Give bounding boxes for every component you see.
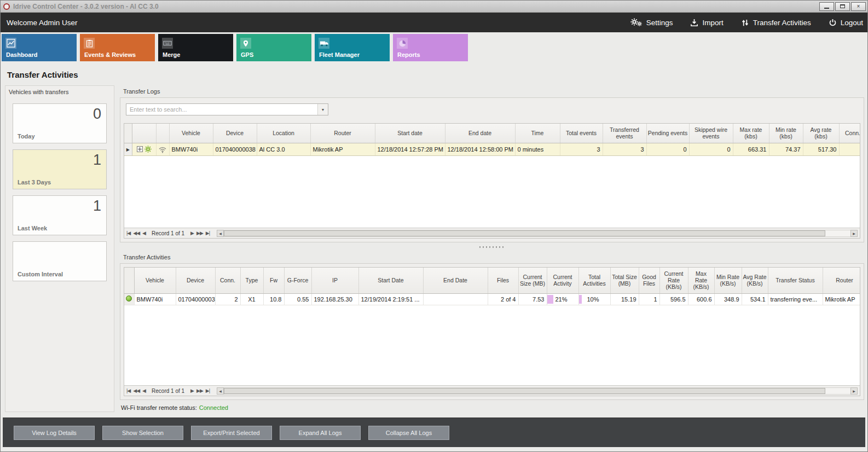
acol-router[interactable]: Router	[823, 268, 860, 293]
col-device[interactable]: Device	[213, 124, 257, 143]
col-router[interactable]: Router	[310, 124, 375, 143]
acol-avg-rate[interactable]: Avg Rate (KB/s)	[742, 268, 768, 293]
card-custom-interval[interactable]: Custom Interval	[13, 241, 107, 281]
maximize-button[interactable]	[835, 2, 850, 11]
col-transferred-events[interactable]: Transferred events	[603, 124, 646, 143]
col-vehicle[interactable]: Vehicle	[169, 124, 213, 143]
minimize-icon	[824, 8, 829, 9]
logs-horizontal-scrollbar[interactable]: ◀ ▶	[217, 230, 858, 237]
close-button[interactable]: ×	[851, 2, 866, 11]
expand-plus-icon[interactable]	[137, 146, 143, 152]
pager-prev-icon[interactable]: ◀	[142, 388, 146, 393]
tile-events-reviews[interactable]: Events & Reviews	[80, 34, 155, 61]
scroll-left-icon[interactable]: ◀	[217, 387, 224, 395]
tile-gps[interactable]: GPS	[236, 34, 311, 61]
search-input[interactable]	[126, 104, 317, 115]
scroll-left-icon[interactable]: ◀	[217, 230, 224, 237]
vehicles-panel-title: Vehicles with transfers	[5, 86, 114, 98]
collapse-all-logs-button[interactable]: Collapse All Logs	[368, 426, 449, 440]
pager-fast-next-icon[interactable]: ▶▶	[196, 230, 203, 236]
acol-end-date[interactable]: End Date	[423, 268, 488, 293]
acol-min-rate[interactable]: Min Rate (KB/s)	[714, 268, 742, 293]
acol-start-date[interactable]: Start Date	[358, 268, 423, 293]
pager-fast-next-icon[interactable]: ▶▶	[196, 388, 203, 393]
show-selection-button[interactable]: Show Selection	[102, 426, 183, 440]
pager-next-icon[interactable]: ▶	[190, 230, 194, 236]
pager-prev-icon[interactable]: ◀	[142, 230, 146, 236]
col-skipped-wire-events[interactable]: Skipped wire events	[689, 124, 733, 143]
acol-current-rate[interactable]: Current Rate (KB/s)	[659, 268, 688, 293]
logs-record-label: Record 1 of 1	[152, 230, 184, 236]
col-conn[interactable]: Conn.	[839, 124, 860, 143]
topbar-actions: Settings Import Transfer Activities Logo…	[630, 18, 864, 27]
transfer-activity-row[interactable]: BMW740i 017040000038 2 X1 10.8 0.55 192.…	[124, 293, 860, 305]
col-end-date[interactable]: End date	[445, 124, 515, 143]
col-min-rate[interactable]: Min rate (kbs)	[769, 124, 803, 143]
welcome-label: Welcome Admin User	[7, 19, 78, 27]
acol-g-force[interactable]: G-Force	[284, 268, 311, 293]
acol-current-size[interactable]: Current Size (MB)	[518, 268, 547, 293]
pager-first-icon[interactable]: |◀	[126, 388, 130, 393]
tile-dashboard[interactable]: Dashboard	[2, 34, 77, 61]
tile-merge[interactable]: Merge	[158, 34, 233, 61]
col-pending-events[interactable]: Pending events	[646, 124, 689, 143]
pager-last-icon[interactable]: ▶|	[206, 230, 210, 236]
col-location[interactable]: Location	[257, 124, 310, 143]
focused-row-indicator: ▶	[124, 143, 132, 155]
view-log-details-button[interactable]: View Log Details	[14, 426, 95, 440]
card-last-week[interactable]: 1 Last Week	[13, 195, 107, 235]
acol-max-rate[interactable]: Max Rate (KB/s)	[688, 268, 714, 293]
acol-vehicle[interactable]: Vehicle	[134, 268, 176, 293]
col-total-events[interactable]: Total events	[560, 124, 603, 143]
pager-last-icon[interactable]: ▶|	[206, 388, 210, 393]
tile-reports[interactable]: Reports	[393, 34, 468, 61]
scroll-right-icon[interactable]: ▶	[850, 387, 858, 395]
acell-total-activities: 10%	[578, 293, 610, 305]
minimize-button[interactable]	[819, 2, 834, 11]
transfer-log-row[interactable]: ▶ BMW740i 017040000038 Al CC 3.0	[124, 143, 860, 155]
acell-min-rate: 348.9	[714, 293, 742, 305]
card-last-3-days[interactable]: 1 Last 3 Days	[13, 149, 107, 189]
cell-conn: 1	[839, 143, 860, 155]
acol-good-files[interactable]: Good Files	[639, 268, 659, 293]
card-today[interactable]: 0 Today	[13, 103, 107, 143]
activities-horizontal-scrollbar[interactable]: ◀ ▶	[217, 387, 858, 395]
settings-button[interactable]: Settings	[630, 18, 673, 27]
import-button[interactable]: Import	[690, 19, 723, 27]
tile-fleet-manager[interactable]: Fleet Manager	[315, 34, 390, 61]
acol-type[interactable]: Type	[240, 268, 263, 293]
search-dropdown-button[interactable]: ▼	[317, 104, 328, 115]
pager-fast-prev-icon[interactable]: ◀◀	[133, 230, 140, 236]
acol-device[interactable]: Device	[176, 268, 215, 293]
pager-fast-prev-icon[interactable]: ◀◀	[133, 388, 140, 393]
acol-fw[interactable]: Fw	[263, 268, 284, 293]
export-print-selected-button[interactable]: Export/Print Selected	[191, 426, 272, 440]
acol-files[interactable]: Files	[488, 268, 518, 293]
acol-ip[interactable]: IP	[311, 268, 358, 293]
scroll-thumb[interactable]	[224, 230, 825, 236]
transfer-activities-button[interactable]: Transfer Activities	[741, 19, 811, 27]
acol-conn[interactable]: Conn.	[215, 268, 240, 293]
col-time[interactable]: Time	[515, 124, 560, 143]
maximize-icon	[840, 4, 845, 8]
col-max-rate[interactable]: Max rate (kbs)	[733, 124, 769, 143]
col-avg-rate[interactable]: Avg rate (kbs)	[803, 124, 839, 143]
col-start-date[interactable]: Start date	[375, 124, 445, 143]
splitter-handle[interactable]	[479, 246, 505, 248]
acol-total-activities[interactable]: Total Activities	[578, 268, 610, 293]
top-bar: Welcome Admin User Settings Import Tra	[1, 13, 867, 32]
expand-all-logs-button[interactable]: Expand All Logs	[280, 426, 361, 440]
acol-total-size[interactable]: Total Size (MB)	[610, 268, 639, 293]
logout-button[interactable]: Logout	[829, 19, 863, 27]
pager-next-icon[interactable]: ▶	[190, 388, 194, 393]
scroll-right-icon[interactable]: ▶	[850, 230, 858, 237]
pager-first-icon[interactable]: |◀	[126, 230, 130, 236]
acol-current-activity[interactable]: Current Activity	[547, 268, 578, 293]
scroll-track[interactable]	[224, 387, 850, 395]
scroll-track[interactable]	[224, 230, 850, 237]
row-expand-cell[interactable]	[132, 143, 156, 155]
tile-fleet-manager-label: Fleet Manager	[319, 51, 360, 58]
scroll-thumb[interactable]	[224, 388, 825, 394]
card-last-3-days-value: 1	[93, 152, 101, 169]
acol-transfer-status[interactable]: Transfer Status	[768, 268, 823, 293]
